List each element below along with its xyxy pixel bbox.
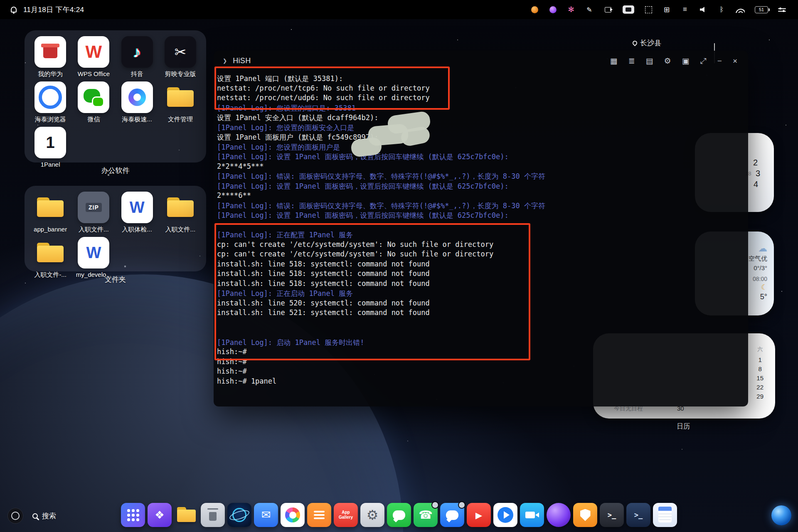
terminal-line: hish:~# (217, 347, 744, 357)
notes-pen-icon[interactable]: ✎ (585, 0, 594, 19)
dock-terminal-dark[interactable]: >_ (600, 503, 624, 527)
settings-sliders-icon[interactable] (778, 7, 786, 12)
assistant-ring-icon[interactable] (7, 508, 23, 524)
app-icon[interactable]: 我的华为 (29, 36, 72, 78)
dock-browser-purple[interactable] (547, 503, 571, 527)
app-icon[interactable]: 海泰极速... (116, 81, 159, 123)
package-icon[interactable]: ▣ (682, 57, 690, 65)
settings-gear-icon[interactable]: ⚙ (664, 57, 671, 65)
dock-browser-globe[interactable] (227, 503, 251, 527)
dock-messenger-green[interactable] (387, 503, 411, 527)
dock-app-market[interactable]: ❖ (148, 503, 172, 527)
office-app-grid: 我的华为 W WPS Office ♪ 抖音 ✂ 剪映专业版 (29, 36, 202, 168)
app-icon-label: 文件管理 (168, 116, 193, 123)
calendar-date: 8 (758, 365, 761, 372)
terminal-line: [1Panel Log]: 启动 1Panel 服务时出错! (217, 338, 744, 348)
hish-terminal-window: ❯ HiSH ▦ ≣ ▤ ⚙ ▣ ⤢ − × (214, 51, 748, 406)
app-icon-label: WPS Office (78, 70, 110, 77)
search-icon (32, 513, 38, 519)
file-icon[interactable]: W my_develo... (72, 237, 115, 279)
weather-location[interactable]: 长沙县 (633, 38, 661, 48)
dock-app-store[interactable] (281, 503, 305, 527)
terminal-line: netstat: /proc/net/udp6: No such file or… (217, 94, 744, 103)
terminal-line: cp: can't create '/etc/systemd/system': … (217, 240, 744, 250)
terminal-titlebar[interactable]: ❯ HiSH ▦ ≣ ▤ ⚙ ▣ ⤢ − × (214, 51, 748, 71)
file-icon[interactable]: ZIP 入职文件... (72, 192, 115, 234)
file-icon-art: W (78, 237, 109, 268)
dock-phone[interactable]: ☎ (414, 503, 438, 527)
current-temp: 5° (760, 293, 767, 301)
app-group-office: 我的华为 W WPS Office ♪ 抖音 ✂ 剪映专业版 (25, 30, 206, 163)
calendar-date: 1 (758, 356, 761, 363)
wifi-icon[interactable] (736, 7, 745, 13)
file-icon[interactable]: app_banner (29, 192, 72, 234)
terminal-line: [1Panel Log]: 错误: 面板密码仅支持字母、数字、特殊字符(!@#$… (217, 201, 744, 211)
app-grid-icon[interactable]: ⊞ (663, 0, 671, 19)
terminal-toolbar: ▦ ≣ ▤ ⚙ ▣ ⤢ − × (610, 57, 737, 65)
app-icon[interactable]: 海泰浏览器 (29, 81, 72, 123)
app-icon-art: ♪ (121, 36, 153, 68)
layout-grid-icon[interactable]: ▦ (610, 57, 618, 65)
screen-record-icon[interactable] (603, 0, 613, 19)
app-icon-art: ✂ (165, 36, 196, 68)
dock-trash[interactable] (201, 503, 225, 527)
app-icon[interactable]: ♪ 抖音 (116, 36, 159, 78)
screenshot-frame-icon[interactable] (644, 0, 653, 19)
app-icon[interactable]: 1 1Panel (29, 127, 72, 168)
folder-icon[interactable]: ▤ (646, 57, 653, 65)
battery-icon[interactable]: 51 (755, 6, 768, 13)
close-icon[interactable]: × (733, 57, 737, 65)
task-rows-icon[interactable]: ≡ (681, 0, 689, 19)
notification-bell-icon[interactable] (11, 7, 17, 12)
dock-messages-blue[interactable] (440, 503, 464, 527)
dock-memo[interactable] (307, 503, 331, 527)
calendar-date: 29 (756, 393, 764, 400)
app-icon[interactable]: 文件管理 (159, 81, 202, 123)
dock-media-player[interactable] (493, 503, 517, 527)
dock: 搜索 ❖ (0, 495, 798, 532)
app-icon-art (34, 81, 66, 113)
dock-email[interactable]: ✉ (254, 503, 278, 527)
app-icon[interactable]: 微信 (72, 81, 115, 123)
app-icon-label: 抖音 (131, 70, 143, 78)
earth-browser-icon[interactable] (771, 505, 791, 525)
calendar-weekday: 六 (757, 346, 763, 353)
bluetooth-icon[interactable]: ᛒ (717, 0, 726, 19)
terminal-line (217, 328, 744, 338)
terminal-line: install.sh: line 520: systemctl: command… (217, 299, 744, 309)
minimize-icon[interactable]: − (717, 57, 722, 65)
terminal-line: 2*2**4*5*** (217, 162, 744, 172)
terminal-line: 设置 1Panel 面板用户 (默认是 fc549c8997): (217, 133, 744, 143)
search-label: 搜索 (42, 511, 56, 521)
app-icon[interactable]: W WPS Office (72, 36, 115, 78)
file-icon-label: 入职文件... (165, 226, 196, 234)
screen-cast-active-icon[interactable] (623, 5, 634, 14)
dock-search[interactable]: 搜索 (32, 511, 56, 521)
group-label-office: 办公软件 (25, 166, 206, 175)
dock-meeting-app[interactable] (520, 503, 544, 527)
photos-flower-icon[interactable]: ✻ (567, 0, 575, 19)
app-icon-art (121, 81, 153, 113)
file-icon[interactable]: 入职文件-... (29, 237, 72, 279)
terminal-line: [1Panel Log]: 错误: 面板密码仅支持字母、数字、特殊字符(!@#$… (217, 172, 744, 182)
dock-icons: ❖ ✉ (121, 503, 677, 527)
app-badge-orange-icon[interactable] (530, 0, 539, 19)
file-icon[interactable]: 入职文件... (159, 192, 202, 234)
dock-notepad[interactable] (653, 503, 677, 527)
app-badge-purple-icon[interactable] (549, 0, 557, 19)
sessions-list-icon[interactable]: ≣ (628, 57, 635, 65)
fullscreen-icon[interactable]: ⤢ (700, 57, 707, 65)
dock-settings[interactable]: ⚙ (360, 503, 384, 527)
dock-security-app[interactable] (573, 503, 597, 527)
calendar-widget-label: 日历 (664, 422, 702, 431)
dock-terminal-hish[interactable]: >_ (626, 503, 650, 527)
dock-video-app[interactable]: ▶ (467, 503, 491, 527)
dock-launchpad[interactable] (121, 503, 145, 527)
file-icon[interactable]: W 入职体检... (116, 192, 159, 234)
dock-files-folder[interactable] (174, 503, 198, 527)
dock-app-gallery[interactable]: App Gallery (334, 503, 358, 527)
clock-number-3: 3 (756, 169, 760, 178)
app-icon[interactable]: ✂ 剪映专业版 (159, 36, 202, 78)
volume-icon[interactable] (699, 0, 707, 19)
location-label: 长沙县 (640, 38, 661, 48)
